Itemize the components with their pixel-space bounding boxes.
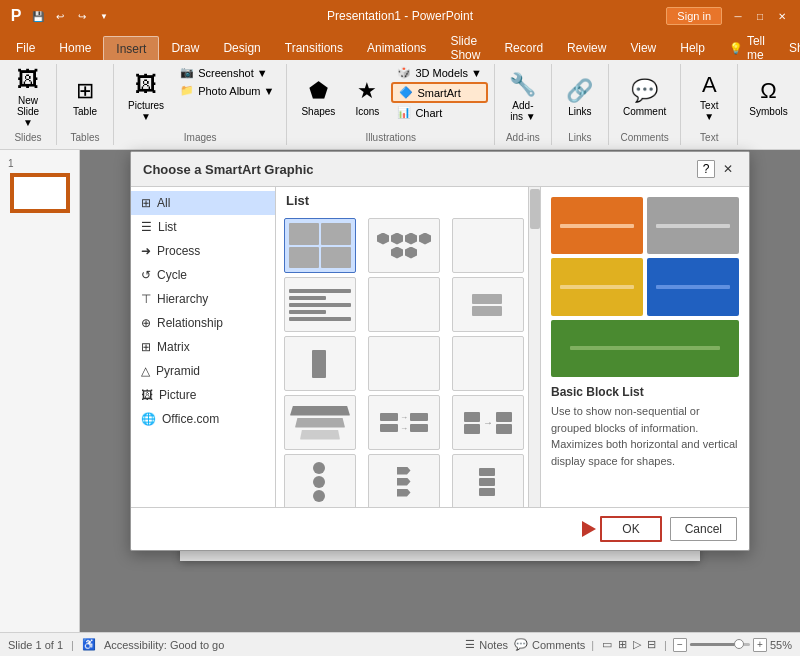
smartart-target-list[interactable]	[284, 454, 356, 507]
category-list[interactable]: ☰ List	[131, 215, 275, 239]
preview-block-2	[647, 197, 739, 254]
list-scrollbar[interactable]	[528, 187, 540, 507]
minimize-button[interactable]: ─	[728, 6, 748, 26]
category-picture[interactable]: 🖼 Picture	[131, 383, 275, 407]
zoom-in-button[interactable]: +	[753, 638, 767, 652]
comment-icon: 💬	[631, 78, 658, 104]
category-cycle[interactable]: ↺ Cycle	[131, 263, 275, 287]
normal-view-button[interactable]: ▭	[600, 636, 614, 653]
dialog-help-button[interactable]: ?	[697, 160, 715, 178]
list-icon: ☰	[141, 220, 152, 234]
media-button[interactable]: 🔊 Media ▼	[795, 64, 800, 130]
category-matrix[interactable]: ⊞ Matrix	[131, 335, 275, 359]
smartart-horizontal-lines[interactable]	[284, 277, 356, 332]
smartart-grouped-list[interactable]	[368, 336, 440, 391]
dialog-categories: ⊞ All ☰ List ➜ Process ↺	[131, 187, 276, 507]
smartart-tab-list[interactable]	[452, 454, 524, 507]
signin-button[interactable]: Sign in	[666, 7, 722, 25]
picture-icon: 🖼	[141, 388, 153, 402]
addins-button[interactable]: 🔧 Add-ins ▼	[501, 64, 545, 130]
category-all[interactable]: ⊞ All	[131, 191, 275, 215]
category-process[interactable]: ➜ Process	[131, 239, 275, 263]
tab-home[interactable]: Home	[47, 36, 103, 60]
close-button[interactable]: ✕	[772, 6, 792, 26]
hierarchy-icon: ⊤	[141, 292, 151, 306]
links-button[interactable]: 🔗 Links	[558, 64, 602, 130]
slide-thumbnail[interactable]	[10, 173, 70, 213]
pictures-label: Pictures ▼	[128, 100, 164, 122]
tab-draw[interactable]: Draw	[159, 36, 211, 60]
text-button[interactable]: A Text ▼	[687, 64, 731, 130]
table-button[interactable]: ⊞ Table	[63, 64, 107, 130]
smartart-basic-block-list[interactable]	[284, 218, 356, 273]
cancel-button[interactable]: Cancel	[670, 517, 737, 541]
photo-album-button[interactable]: 📁 Photo Album ▼	[174, 82, 280, 99]
redo-button[interactable]: ↪	[72, 6, 92, 26]
reading-view-button[interactable]: ▷	[631, 636, 643, 653]
smartart-vertical-bars[interactable]	[452, 336, 524, 391]
maximize-button[interactable]: □	[750, 6, 770, 26]
category-officecom[interactable]: 🌐 Office.com	[131, 407, 275, 431]
zoom-slider-track[interactable]	[690, 643, 750, 646]
screenshot-label: Screenshot ▼	[198, 67, 268, 79]
new-slide-button[interactable]: 🖼 NewSlide ▼	[6, 64, 50, 130]
tab-review[interactable]: Review	[555, 36, 618, 60]
symbols-label: Symbols	[749, 106, 787, 117]
zoom-slider-fill	[690, 643, 735, 646]
chart-button[interactable]: 📊 Chart	[391, 104, 488, 121]
smartart-diverging-arrows[interactable]: →	[452, 395, 524, 450]
ok-button[interactable]: OK	[600, 516, 661, 542]
view-buttons: ▭ ⊞ ▷ ⊟	[600, 636, 658, 653]
smartart-vertical-block[interactable]	[284, 336, 356, 391]
comments-group-label: Comments	[620, 132, 668, 145]
dialog-close-button[interactable]: ✕	[719, 160, 737, 178]
tab-tellme[interactable]: 💡Tell me	[717, 36, 777, 60]
addins-group-content: 🔧 Add-ins ▼	[501, 64, 545, 132]
slide-sorter-button[interactable]: ⊞	[616, 636, 629, 653]
tab-design[interactable]: Design	[211, 36, 272, 60]
scrollbar-thumb[interactable]	[530, 189, 540, 229]
category-hierarchy[interactable]: ⊤ Hierarchy	[131, 287, 275, 311]
smartart-layered-hierarchy[interactable]	[452, 277, 524, 332]
tab-transitions[interactable]: Transitions	[273, 36, 355, 60]
symbols-button[interactable]: Ω Symbols	[744, 64, 793, 130]
smartart-hexagon-cluster[interactable]	[368, 218, 440, 273]
undo-button[interactable]: ↩	[50, 6, 70, 26]
icons-button[interactable]: ★ Icons	[345, 64, 389, 130]
tab-slideshow[interactable]: Slide Show	[438, 36, 492, 60]
category-pyramid[interactable]: △ Pyramid	[131, 359, 275, 383]
smartart-arrow-list[interactable]	[368, 454, 440, 507]
screenshot-button[interactable]: 📷 Screenshot ▼	[174, 64, 280, 81]
comments-label: Comments	[532, 639, 585, 651]
tab-help[interactable]: Help	[668, 36, 717, 60]
status-left: Slide 1 of 1 | ♿ Accessibility: Good to …	[8, 638, 224, 651]
smartart-button[interactable]: 🔷 SmartArt	[391, 82, 488, 103]
tab-insert[interactable]: Insert	[103, 36, 159, 60]
smartart-stacked-tabs[interactable]	[368, 277, 440, 332]
preview-block-3	[551, 258, 643, 315]
smartart-trapezoid-list[interactable]	[284, 395, 356, 450]
shapes-button[interactable]: ⬟ Shapes	[293, 64, 343, 130]
pictures-icon: 🖼	[135, 72, 157, 98]
group-images: 🖼 Pictures ▼ 📷 Screenshot ▼ 📁 Photo Albu…	[114, 64, 287, 145]
tab-animations[interactable]: Animations	[355, 36, 438, 60]
smartart-alternating-blocks[interactable]	[452, 218, 524, 273]
notes-button[interactable]: ☰ Notes	[465, 638, 508, 651]
comments-button[interactable]: 💬 Comments	[514, 638, 585, 651]
zoom-out-button[interactable]: −	[673, 638, 687, 652]
zoom-slider-thumb[interactable]	[734, 639, 744, 649]
tab-view[interactable]: View	[618, 36, 668, 60]
3dmodels-button[interactable]: 🎲 3D Models ▼	[391, 64, 488, 81]
photo-album-label: Photo Album ▼	[198, 85, 274, 97]
tab-share[interactable]: Share	[777, 36, 800, 60]
pictures-button[interactable]: 🖼 Pictures ▼	[120, 64, 172, 130]
comment-button[interactable]: 💬 Comment	[615, 64, 674, 130]
presenter-view-button[interactable]: ⊟	[645, 636, 658, 653]
save-button[interactable]: 💾	[28, 6, 48, 26]
customize-qa-button[interactable]: ▼	[94, 6, 114, 26]
illustrations-group-content: ⬟ Shapes ★ Icons 🎲 3D Models ▼ 🔷 SmartAr…	[293, 64, 487, 132]
tab-record[interactable]: Record	[492, 36, 555, 60]
smartart-connected-arrows[interactable]: → →	[368, 395, 440, 450]
tab-file[interactable]: File	[4, 36, 47, 60]
category-relationship[interactable]: ⊕ Relationship	[131, 311, 275, 335]
